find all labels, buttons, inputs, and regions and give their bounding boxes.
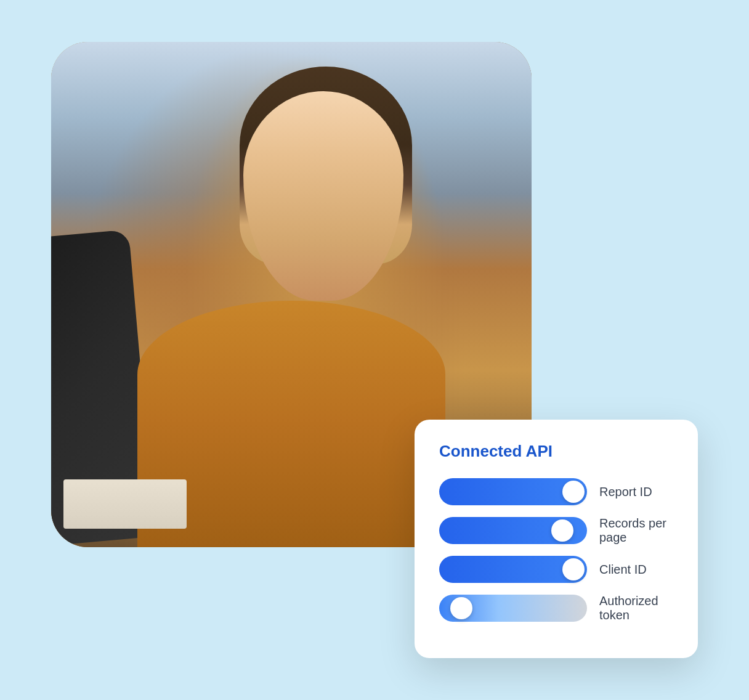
toggle-row-report-id: Report ID <box>439 478 673 505</box>
scene-books <box>63 479 187 529</box>
toggle-row-records: Records per page <box>439 516 673 545</box>
toggle-row-client-id: Client ID <box>439 556 673 583</box>
toggle-client-id[interactable] <box>439 556 587 583</box>
toggle-auth-token[interactable] <box>439 595 587 622</box>
toggle-label-auth-token: Authorized token <box>599 594 673 622</box>
toggle-label-client-id: Client ID <box>599 563 647 577</box>
api-card: Connected API Report ID Records per page… <box>415 420 698 658</box>
toggle-label-records: Records per page <box>599 516 673 545</box>
toggle-report-id[interactable] <box>439 478 587 505</box>
toggle-records[interactable] <box>439 517 587 544</box>
toggle-knob-report-id <box>562 481 585 503</box>
api-card-title: Connected API <box>439 442 673 461</box>
toggle-label-report-id: Report ID <box>599 485 652 499</box>
toggle-knob-records <box>551 519 573 542</box>
toggle-row-auth-token: Authorized token <box>439 594 673 622</box>
main-container: Connected API Report ID Records per page… <box>51 42 698 658</box>
toggle-knob-client-id <box>562 558 585 580</box>
toggle-knob-auth-token <box>450 597 472 619</box>
